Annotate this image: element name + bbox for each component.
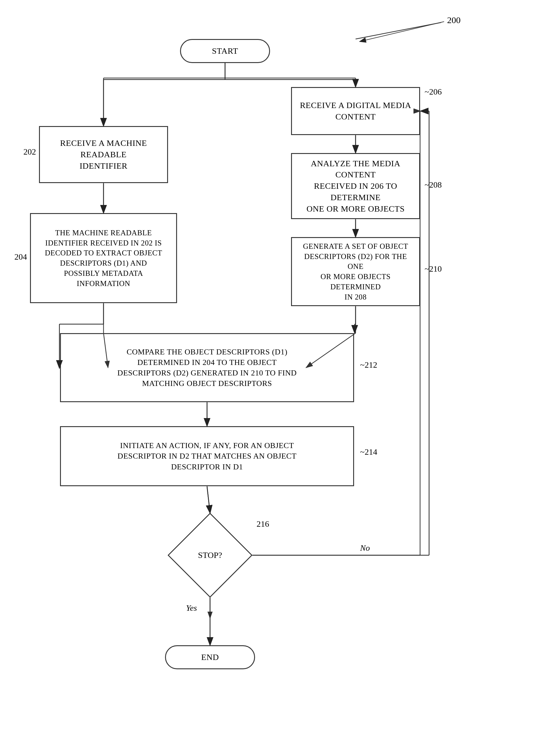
label-200: 200 xyxy=(447,15,461,25)
node-206: RECEIVE A DIGITAL MEDIA CONTENT xyxy=(291,87,420,135)
start-node: START xyxy=(180,39,270,63)
diagram-container: 200 START RECEIVE A DIGITAL MEDIA CONTEN… xyxy=(0,0,547,756)
label-202: 202 xyxy=(23,147,36,157)
node-214: INITIATE AN ACTION, IF ANY, FOR AN OBJEC… xyxy=(60,426,354,486)
label-214: ~214 xyxy=(360,447,377,457)
node-202: RECEIVE A MACHINE READABLE IDENTIFIER xyxy=(39,126,168,183)
svg-line-2 xyxy=(356,23,441,39)
label-204: 204 xyxy=(14,252,27,262)
node-212: COMPARE THE OBJECT DESCRIPTORS (D1) DETE… xyxy=(60,333,354,402)
label-yes: Yes xyxy=(186,603,197,613)
svg-line-15 xyxy=(207,486,210,513)
node-204: THE MACHINE READABLE IDENTIFIER RECEIVED… xyxy=(30,213,177,303)
label-208: ~208 xyxy=(425,180,442,190)
label-212: ~212 xyxy=(360,360,377,370)
svg-line-23 xyxy=(360,22,444,41)
end-node: END xyxy=(165,645,255,669)
label-no: No xyxy=(360,543,370,553)
node-210: GENERATE A SET OF OBJECT DESCRIPTORS (D2… xyxy=(291,237,420,306)
svg-line-38 xyxy=(207,487,210,513)
node-208: ANALYZE THE MEDIA CONTENT RECEIVED IN 20… xyxy=(291,153,420,219)
label-206: ~206 xyxy=(425,87,442,97)
label-216: 216 xyxy=(257,519,269,529)
label-210: ~210 xyxy=(425,264,442,274)
diamond-label-216: STOP? xyxy=(198,550,222,560)
node-216: STOP? xyxy=(168,513,252,597)
